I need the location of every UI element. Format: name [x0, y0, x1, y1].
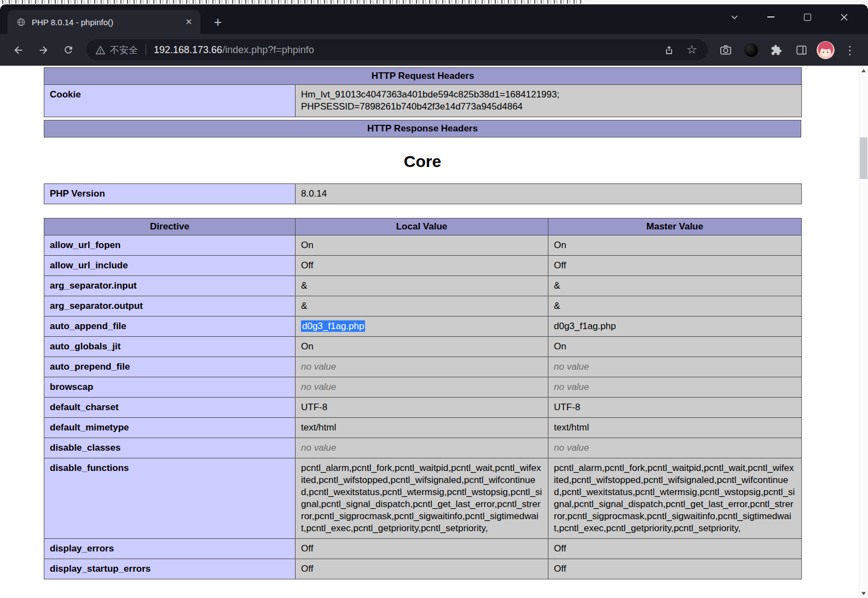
local-value-cell: pcntl_alarm,pcntl_fork,pcntl_waitpid,pcn…: [296, 458, 548, 539]
directive-cell: allow_url_fopen: [44, 235, 296, 256]
master-value-cell: pcntl_alarm,pcntl_fork,pcntl_waitpid,pcn…: [548, 458, 802, 539]
new-tab-button[interactable]: +: [210, 14, 226, 30]
local-value-cell: &: [296, 296, 548, 317]
local-value-cell: On: [296, 235, 548, 256]
local-value-cell: Off: [296, 256, 548, 276]
section-title: Core: [44, 152, 801, 171]
arrow-up-icon: [861, 69, 866, 72]
master-value-cell: On: [548, 337, 802, 357]
column-header-master-value: Master Value: [548, 219, 802, 235]
master-value-cell: no value: [548, 377, 802, 398]
maximize-button[interactable]: [789, 4, 826, 30]
table-row: auto_append_file d0g3_f1ag.php d0g3_f1ag…: [44, 317, 802, 337]
arrow-down-icon: [861, 592, 866, 595]
side-panel-icon[interactable]: [789, 38, 814, 62]
url-host: 192.168.173.66: [154, 44, 222, 55]
forward-button[interactable]: [31, 38, 56, 62]
directive-cell: disable_functions: [44, 458, 296, 539]
local-value-cell: no value: [296, 438, 548, 458]
browser-menu-button[interactable]: ⋮: [837, 38, 863, 62]
table-row: disable_classes no value no value: [44, 438, 802, 458]
url-text: 192.168.173.66/index.php?f=phpinfo: [154, 44, 657, 56]
address-bar[interactable]: 不安全 192.168.173.66/index.php?f=phpinfo ☆: [86, 39, 708, 60]
master-value-cell: d0g3_f1ag.php: [548, 317, 802, 337]
master-value-cell: UTF-8: [548, 398, 802, 418]
scroll-down-button[interactable]: [859, 589, 868, 598]
master-value-cell: &: [548, 276, 802, 296]
master-value-cell: text/html: [548, 418, 802, 438]
security-chip[interactable]: 不安全: [95, 44, 138, 56]
local-value-cell: text/html: [296, 418, 548, 438]
master-value-cell: no value: [548, 438, 802, 458]
directive-cell: disable_classes: [44, 438, 296, 458]
directive-cell: display_errors: [44, 539, 296, 559]
local-value-cell: Off: [296, 539, 548, 559]
table-row: auto_globals_jit On On: [44, 337, 802, 357]
column-header-directive: Directive: [44, 219, 296, 235]
table-row: browscap no value no value: [44, 377, 802, 398]
master-value-cell: On: [548, 235, 802, 256]
php-version-label-cell: PHP Version: [44, 184, 296, 204]
local-value-cell: no value: [296, 357, 548, 377]
http-response-headers-table: HTTP Response Headers: [44, 120, 801, 137]
bookmark-star-icon[interactable]: ☆: [680, 39, 703, 60]
tab-close-icon[interactable]: ✕: [182, 15, 196, 29]
security-label: 不安全: [110, 44, 138, 56]
table-row: arg_separator.output & &: [44, 296, 802, 317]
chevron-down-icon[interactable]: [716, 4, 753, 30]
table-row: arg_separator.input & &: [44, 276, 802, 296]
php-version-value-cell: 8.0.14: [296, 184, 802, 204]
master-value-cell: no value: [548, 357, 802, 377]
extensions-puzzle-icon[interactable]: [763, 38, 789, 62]
profile-avatar[interactable]: [817, 41, 835, 59]
http-response-headers-title: HTTP Response Headers: [44, 120, 801, 137]
table-row: default_charset UTF-8 UTF-8: [44, 398, 802, 418]
local-value-cell: d0g3_f1ag.php: [296, 317, 548, 337]
dark-circle-extension-icon[interactable]: [738, 38, 763, 62]
page-content: HTTP Request Headers Cookie Hm_lvt_91013…: [0, 66, 868, 598]
close-button[interactable]: [826, 4, 863, 30]
scrollbar-thumb[interactable]: [860, 137, 867, 179]
table-row: Cookie Hm_lvt_91013c4047363a401bde594c82…: [44, 85, 802, 117]
scroll-up-button[interactable]: [859, 66, 868, 75]
table-row: allow_url_fopen On On: [44, 235, 802, 256]
directive-cell: default_mimetype: [44, 418, 296, 438]
table-row: disable_functions pcntl_alarm,pcntl_fork…: [44, 458, 802, 539]
vertical-scrollbar[interactable]: [859, 66, 868, 598]
master-value-cell: &: [548, 296, 802, 317]
table-row: PHP Version 8.0.14: [44, 184, 802, 204]
directive-cell: arg_separator.output: [44, 296, 296, 317]
browser-tab[interactable]: PHP 8.0.14 - phpinfo() ✕: [8, 10, 200, 34]
master-value-cell: Off: [548, 539, 802, 559]
directive-cell: allow_url_include: [44, 256, 296, 276]
browser-titlebar: PHP 8.0.14 - phpinfo() ✕ +: [0, 4, 868, 34]
url-path: /index.php?f=phpinfo: [222, 44, 314, 55]
cookie-label-cell: Cookie: [44, 85, 296, 117]
directive-cell: browscap: [44, 377, 296, 398]
table-row: display_startup_errors Off Off: [44, 559, 802, 579]
minimize-button[interactable]: [753, 4, 789, 30]
local-value-cell: On: [296, 337, 548, 357]
camera-extension-icon[interactable]: [713, 38, 738, 62]
screen: PHP 8.0.14 - phpinfo() ✕ +: [0, 0, 868, 598]
back-button[interactable]: [5, 38, 31, 62]
master-value-cell: Off: [548, 559, 802, 579]
local-value-cell: no value: [296, 377, 548, 398]
table-row: default_mimetype text/html text/html: [44, 418, 802, 438]
directive-cell: auto_append_file: [44, 317, 296, 337]
table-row: auto_prepend_file no value no value: [44, 357, 802, 377]
local-value-cell: &: [296, 276, 548, 296]
kebab-menu-icon: ⋮: [844, 44, 856, 56]
directive-cell: default_charset: [44, 398, 296, 418]
tab-title: PHP 8.0.14 - phpinfo(): [32, 18, 182, 27]
url-separator: [146, 44, 146, 55]
window-controls: [716, 4, 863, 30]
selected-text: d0g3_f1ag.php: [301, 320, 365, 332]
share-button[interactable]: [657, 39, 680, 60]
directive-cell: auto_prepend_file: [44, 357, 296, 377]
reload-button[interactable]: [56, 38, 81, 62]
directive-cell: auto_globals_jit: [44, 337, 296, 357]
phpinfo-page: HTTP Request Headers Cookie Hm_lvt_91013…: [0, 66, 801, 579]
directive-table: Directive Local Value Master Value allow…: [44, 218, 802, 579]
directive-cell: display_startup_errors: [44, 559, 296, 579]
